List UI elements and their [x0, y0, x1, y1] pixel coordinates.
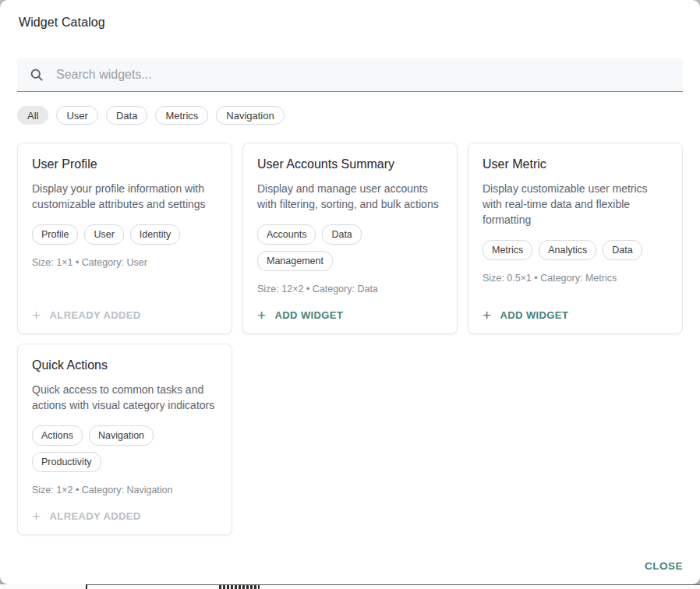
background-page-mark: [86, 584, 87, 589]
add-widget-button-label: ADD WIDGET: [500, 309, 569, 321]
close-button[interactable]: CLOSE: [645, 560, 683, 572]
widget-card: User Accounts Summary Display and manage…: [242, 143, 458, 334]
widget-tag-identity: Identity: [130, 224, 180, 245]
widget-tag-user: User: [84, 224, 123, 245]
already-added-button: + ALREADY ADDED: [32, 309, 217, 321]
add-widget-button-label: ALREADY ADDED: [50, 309, 141, 321]
widget-tag-productivity: Productivity: [32, 452, 101, 472]
widget-card: User Metric Display customizable user me…: [468, 143, 683, 334]
modal-footer: CLOSE: [645, 559, 683, 573]
widget-tag-analytics: Analytics: [539, 240, 596, 260]
plus-icon: +: [32, 511, 41, 522]
widget-card-tags: MetricsAnalyticsData: [483, 240, 668, 260]
widget-card-description: Quick access to common tasks and actions…: [32, 382, 217, 413]
widget-card-meta: Size: 12×2 • Category: Data: [257, 284, 443, 294]
search-icon: [29, 67, 44, 83]
widget-card-tags: AccountsDataManagement: [257, 224, 443, 271]
widget-card-meta: Size: 1×2 • Category: Navigation: [32, 485, 217, 496]
widget-catalog-modal: Widget Catalog AllUserDataMetricsNavigat…: [0, 0, 700, 584]
widget-card-meta: Size: 0.5×1 • Category: Metrics: [483, 273, 668, 284]
plus-icon: +: [483, 310, 492, 321]
widget-card-description: Display and manage user accounts with fi…: [257, 181, 443, 212]
add-widget-button-label: ALREADY ADDED: [50, 510, 141, 522]
search-input[interactable]: [55, 67, 671, 83]
widget-tag-data: Data: [322, 224, 361, 245]
widget-tag-metrics: Metrics: [483, 240, 532, 260]
widget-grid: User Profile Display your profile inform…: [17, 143, 683, 535]
filter-chip-all[interactable]: All: [17, 106, 48, 125]
widget-tag-profile: Profile: [32, 224, 78, 245]
plus-icon: +: [257, 310, 267, 321]
widget-tag-data: Data: [603, 240, 642, 260]
filter-chips: AllUserDataMetricsNavigation: [17, 106, 683, 125]
widget-tag-navigation: Navigation: [89, 425, 154, 446]
widget-card: User Profile Display your profile inform…: [17, 143, 232, 334]
already-added-button: + ALREADY ADDED: [32, 510, 217, 522]
filter-chip-metrics[interactable]: Metrics: [155, 106, 208, 125]
widget-card: Quick Actions Quick access to common tas…: [17, 344, 232, 535]
search-bar: [17, 58, 683, 92]
widget-card-title: User Profile: [32, 157, 217, 171]
filter-chip-navigation[interactable]: Navigation: [216, 106, 284, 125]
filter-chip-data[interactable]: Data: [106, 106, 147, 125]
background-page-sliver: [0, 584, 700, 589]
widget-card-tags: ProfileUserIdentity: [32, 224, 217, 245]
background-page-divider: [86, 584, 700, 585]
widget-card-description: Display customizable user metrics with r…: [483, 181, 668, 227]
background-page-cropped-text: [219, 585, 260, 589]
widget-tag-management: Management: [257, 251, 333, 271]
widget-card-description: Display your profile information with cu…: [32, 181, 217, 212]
widget-tag-accounts: Accounts: [257, 224, 316, 245]
plus-icon: +: [32, 310, 41, 321]
add-widget-button[interactable]: + ADD WIDGET: [483, 309, 668, 321]
add-widget-button[interactable]: + ADD WIDGET: [257, 309, 443, 321]
widget-card-meta: Size: 1×1 • Category: User: [32, 257, 217, 268]
widget-card-title: Quick Actions: [32, 358, 217, 372]
widget-card-tags: ActionsNavigationProductivity: [32, 425, 217, 472]
add-widget-button-label: ADD WIDGET: [275, 309, 344, 321]
modal-title: Widget Catalog: [0, 0, 700, 30]
widget-card-title: User Metric: [483, 157, 668, 171]
widget-tag-actions: Actions: [32, 425, 83, 446]
filter-chip-user[interactable]: User: [56, 106, 97, 125]
widget-card-title: User Accounts Summary: [257, 157, 443, 171]
